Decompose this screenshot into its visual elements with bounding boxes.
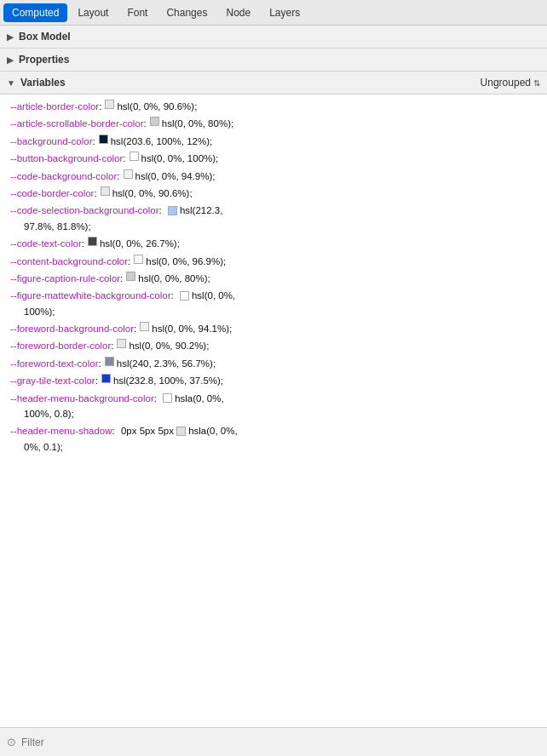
color-swatch[interactable] — [163, 393, 172, 403]
filter-input[interactable] — [21, 736, 540, 748]
list-item: --header-menu-shadow: 0px 5px 5px hsla(0… — [0, 422, 547, 455]
var-value: hsl(0, 0%, 26.7%); — [100, 236, 180, 251]
var-name: --article-scrollable-border-color — [10, 116, 144, 131]
list-item: --header-menu-background-color: hsla(0, … — [0, 390, 547, 423]
tab-font[interactable]: Font — [118, 3, 156, 22]
var-name: --figure-caption-rule-color — [10, 271, 120, 286]
var-value: hsl(0, 0%, 96.9%); — [146, 254, 226, 269]
ungrouped-control[interactable]: Ungrouped ⇅ — [481, 77, 540, 89]
box-model-triangle: ▶ — [7, 32, 14, 42]
var-value: hsla(0, 0%, — [175, 393, 224, 404]
color-swatch[interactable] — [180, 291, 189, 301]
var-name: --header-menu-background-color — [10, 393, 154, 404]
list-item: --code-background-color: hsl(0, 0%, 94.9… — [0, 168, 547, 185]
box-model-section[interactable]: ▶ Box Model — [0, 26, 547, 49]
var-name: --background-color — [10, 134, 93, 149]
list-item: --gray-tile-text-color: hsl(232.8, 100%,… — [0, 372, 547, 389]
color-swatch[interactable] — [168, 206, 177, 215]
var-name: --code-border-color — [10, 186, 94, 201]
var-name: --foreword-background-color — [10, 321, 134, 336]
tab-node[interactable]: Node — [217, 3, 259, 22]
color-swatch[interactable] — [134, 255, 143, 264]
var-value: hsl(0, 0%, 90.6%); — [117, 99, 197, 114]
tab-layout[interactable]: Layout — [69, 3, 117, 22]
color-swatch[interactable] — [117, 339, 126, 348]
var-continuation: 100%); — [10, 304, 540, 319]
var-value: hsl(203.6, 100%, 12%); — [111, 134, 213, 149]
list-item: --foreword-text-color: hsl(240, 2.3%, 56… — [0, 355, 547, 372]
color-swatch[interactable] — [126, 272, 135, 281]
ungrouped-label: Ungrouped — [481, 77, 531, 89]
list-item: --article-scrollable-border-color: hsl(0… — [0, 115, 547, 132]
var-value: hsl(0, 0%, 80%); — [138, 271, 210, 286]
var-name: --article-border-color — [10, 99, 99, 114]
tab-layers[interactable]: Layers — [261, 3, 308, 22]
list-item: --code-text-color: hsl(0, 0%, 26.7%); — [0, 235, 547, 252]
var-name: --gray-tile-text-color — [10, 373, 95, 388]
var-continuation: 97.8%, 81.8%); — [10, 219, 540, 234]
var-name: --code-background-color — [10, 169, 117, 184]
list-item: --foreword-background-color: hsl(0, 0%, … — [0, 320, 547, 337]
var-value: hsl(0, 0%, 100%); — [141, 151, 219, 166]
tab-computed[interactable]: Computed — [3, 3, 67, 22]
variables-label: Variables — [20, 77, 66, 89]
var-value: hsl(0, 0%, 90.2%); — [129, 338, 209, 353]
list-item: --code-border-color: hsl(0, 0%, 90.6%); — [0, 185, 547, 202]
list-item: --foreword-border-color: hsl(0, 0%, 90.2… — [0, 337, 547, 354]
variables-list: --article-border-color: hsl(0, 0%, 90.6%… — [0, 94, 547, 727]
properties-triangle: ▶ — [7, 55, 14, 65]
list-item: --article-border-color: hsl(0, 0%, 90.6%… — [0, 98, 547, 115]
color-swatch[interactable] — [101, 374, 111, 383]
filter-icon: ⊙ — [7, 736, 16, 748]
var-value: hsl(0, 0%, — [192, 290, 235, 301]
ungrouped-sort-icon: ⇅ — [533, 78, 540, 88]
var-continuation: 100%, 0.8); — [10, 406, 540, 421]
color-swatch[interactable] — [101, 186, 110, 196]
color-swatch[interactable] — [105, 100, 114, 109]
var-name: --button-background-color — [10, 151, 123, 166]
var-value: hsl(0, 0%, 90.6%); — [112, 186, 193, 201]
var-name: --figure-mattewhite-background-color — [10, 290, 171, 301]
list-item: --figure-caption-rule-color: hsl(0, 0%, … — [0, 270, 547, 287]
color-swatch[interactable] — [99, 135, 108, 144]
list-item: --code-selection-background-color: hsl(2… — [0, 202, 547, 235]
var-name: --foreword-border-color — [10, 338, 111, 353]
var-value: 0px 5px 5px — [121, 426, 176, 436]
panel-body: ▶ Box Model ▶ Properties ▼ Variables Ung… — [0, 26, 547, 756]
variables-section: ▼ Variables Ungrouped ⇅ --article-border… — [0, 72, 547, 756]
color-swatch[interactable] — [140, 322, 149, 331]
var-name: --header-menu-shadow — [10, 426, 112, 436]
color-swatch[interactable] — [176, 427, 186, 436]
tab-changes[interactable]: Changes — [158, 3, 216, 22]
list-item: --figure-mattewhite-background-color: hs… — [0, 287, 547, 320]
filter-bar: ⊙ — [0, 727, 547, 756]
color-swatch[interactable] — [88, 237, 97, 246]
var-value: hsl(0, 0%, 80%); — [162, 116, 233, 131]
variables-header-left[interactable]: ▼ Variables — [7, 77, 66, 89]
var-name: --foreword-text-color — [10, 356, 99, 371]
color-swatch[interactable] — [124, 169, 133, 179]
var-value: hsl(232.8, 100%, 37.5%); — [113, 373, 223, 388]
box-model-label: Box Model — [19, 31, 71, 43]
list-item: --button-background-color: hsl(0, 0%, 10… — [0, 150, 547, 167]
var-value: hsl(240, 2.3%, 56.7%); — [117, 356, 216, 371]
var-value: hsl(0, 0%, 94.9%); — [135, 169, 216, 184]
variables-triangle: ▼ — [7, 78, 15, 88]
properties-label: Properties — [19, 54, 69, 66]
color-swatch[interactable] — [105, 357, 114, 366]
list-item: --background-color: hsl(203.6, 100%, 12%… — [0, 133, 547, 150]
color-swatch[interactable] — [150, 117, 159, 126]
var-value: hsl(212.3, — [180, 205, 223, 215]
var-name: --code-selection-background-color — [10, 205, 159, 215]
color-swatch[interactable] — [130, 152, 139, 161]
tab-bar: Computed Layout Font Changes Node Layers — [0, 0, 547, 26]
var-name: --content-background-color — [10, 254, 128, 269]
var-name: --code-text-color — [10, 236, 82, 251]
var-value: hsl(0, 0%, 94.1%); — [152, 321, 232, 336]
properties-section[interactable]: ▶ Properties — [0, 49, 547, 72]
variables-header: ▼ Variables Ungrouped ⇅ — [0, 72, 547, 94]
list-item: --content-background-color: hsl(0, 0%, 9… — [0, 253, 547, 270]
var-continuation: 0%, 0.1); — [10, 439, 540, 455]
